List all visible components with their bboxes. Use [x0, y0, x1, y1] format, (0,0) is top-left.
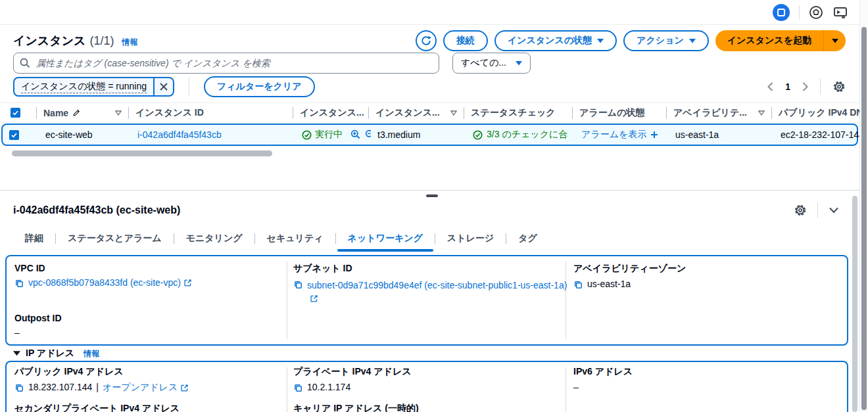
cell-status-check: 3/3 のチェックに合格しました: [487, 129, 568, 141]
launch-instances-button[interactable]: インスタンスを起動: [715, 30, 823, 51]
tab-security[interactable]: セキュリティ: [255, 231, 335, 251]
cell-state: 実行中: [315, 129, 343, 141]
power-circle-icon[interactable]: [809, 5, 823, 20]
column-header-instance-type[interactable]: インスタンス...: [368, 107, 464, 119]
external-link-icon: [180, 384, 189, 392]
panel-scrollbar-thumb[interactable]: [852, 196, 857, 412]
copy-icon[interactable]: [573, 280, 583, 290]
table-preferences-button[interactable]: [832, 80, 846, 93]
vpc-id-label: VPC ID: [14, 263, 192, 273]
chevron-down-icon: [829, 206, 839, 214]
tab-details[interactable]: 詳細: [13, 231, 55, 251]
detail-tabs: 詳細 ステータスとアラーム モニタリング セキュリティ ネットワーキング ストレ…: [13, 231, 549, 251]
search-input[interactable]: [13, 53, 439, 74]
horizontal-scrollbar-thumb[interactable]: [12, 150, 272, 156]
column-divider: [566, 367, 566, 412]
split-panel-drag-handle[interactable]: [426, 195, 438, 197]
browser-topbar: [0, 0, 868, 25]
external-link-icon: [310, 294, 318, 303]
column-header-status-check[interactable]: ステータスチェック: [464, 107, 572, 119]
private-ipv4-value: 10.2.1.174: [307, 382, 350, 392]
gear-icon: [794, 204, 807, 217]
refresh-button[interactable]: [416, 30, 437, 51]
connect-button[interactable]: 接続: [443, 30, 488, 51]
divider: [189, 78, 189, 96]
detail-panel-header: i-042a6df4fa45f43cb (ec-site-web): [13, 202, 839, 218]
gear-icon: [832, 80, 846, 93]
instance-row[interactable]: ec-site-web i-042a6df4fa45f43cb 実行中 t3.m…: [1, 124, 858, 146]
view-alarms-link[interactable]: アラームを表示: [581, 129, 646, 141]
tab-storage[interactable]: ストレージ: [435, 231, 506, 251]
external-link-icon: [183, 279, 192, 287]
info-link[interactable]: 情報: [122, 37, 138, 48]
add-alarm-icon[interactable]: [650, 131, 658, 139]
window-scrollbar-thumb[interactable]: [861, 27, 867, 410]
column-header-instance-id[interactable]: インスタンス ID: [128, 107, 293, 119]
pagination: 1: [767, 79, 846, 95]
blue-window-icon[interactable]: [773, 4, 790, 21]
tab-status-alarms[interactable]: ステータスとアラーム: [56, 231, 174, 251]
page-title: インスタンス: [13, 33, 86, 49]
ip-addresses-section-header[interactable]: IP アドレス 情報: [13, 348, 99, 359]
copy-icon[interactable]: [14, 383, 24, 393]
tab-monitoring[interactable]: モニタリング: [174, 231, 254, 251]
launch-instances-caret[interactable]: [823, 30, 846, 51]
column-header-public-dns[interactable]: パブリック IPv4 DNS: [771, 107, 859, 119]
column-divider: [287, 367, 287, 412]
copy-icon[interactable]: [293, 383, 303, 393]
status-ok-icon: [473, 130, 483, 140]
public-ipv4-value: 18.232.107.144: [28, 382, 92, 392]
tab-networking[interactable]: ネットワーキング: [336, 231, 435, 251]
instance-count: (1/1): [90, 34, 114, 48]
value-separator: |: [96, 382, 99, 392]
state-filter-dropdown[interactable]: すべての...: [452, 53, 531, 74]
ipv6-value: –: [573, 382, 579, 392]
sort-icon: [446, 110, 457, 116]
column-header-alarm-status[interactable]: アラームの状態: [572, 107, 666, 119]
chevron-left-icon: [767, 82, 773, 91]
current-page[interactable]: 1: [785, 81, 790, 92]
instance-id-link[interactable]: i-042a6df4fa45f43cb: [137, 129, 222, 140]
sort-icon: [754, 110, 765, 116]
next-page-button[interactable]: [802, 82, 808, 91]
cell-name: ec-site-web: [39, 129, 131, 140]
remote-console-icon[interactable]: [832, 5, 848, 20]
topbar-divider: [799, 5, 800, 20]
select-all-checkbox[interactable]: [11, 108, 20, 118]
public-ipv4-label: パブリック IPv4 アドレス: [14, 366, 189, 378]
cell-public-dns: ec2-18-232-107-144: [774, 129, 862, 140]
column-header-availability-zone[interactable]: アベイラビリテ...: [666, 107, 771, 119]
subnet-id-link[interactable]: subnet-0d9a71c99bd49e4ef (ec-site-subnet…: [307, 279, 570, 305]
previous-page-button[interactable]: [767, 82, 773, 91]
chevron-down-icon: [832, 39, 838, 43]
outpost-id-label: Outpost ID: [14, 313, 62, 323]
instance-state-dropdown[interactable]: インスタンスの状態: [494, 30, 617, 51]
chevron-down-icon: [689, 39, 696, 43]
panel-preferences-button[interactable]: [794, 204, 807, 217]
subnet-id-label: サブネット ID: [293, 263, 570, 275]
row-checkbox[interactable]: [9, 130, 19, 140]
column-header-name[interactable]: Name: [36, 107, 128, 119]
tab-tags[interactable]: タグ: [506, 231, 549, 251]
collapse-panel-button[interactable]: [829, 206, 839, 214]
availability-zone-value: us-east-1a: [587, 279, 631, 289]
search-row: すべての...: [13, 53, 531, 74]
status-ok-icon: [302, 130, 312, 140]
chevron-down-icon: [516, 61, 522, 66]
column-header-instance-state[interactable]: インスタンス...: [293, 107, 368, 119]
zoom-in-filter-icon[interactable]: [350, 129, 361, 140]
actions-dropdown[interactable]: アクション: [623, 30, 709, 51]
clear-filters-button[interactable]: フィルターをクリア: [204, 76, 315, 97]
vpc-id-link[interactable]: vpc-0868f5b079a8433fd (ec-site-vpc): [28, 277, 192, 288]
zoom-out-filter-icon[interactable]: [365, 129, 371, 140]
open-address-link[interactable]: オープンアドレス: [103, 382, 189, 394]
copy-icon[interactable]: [293, 280, 303, 290]
info-link[interactable]: 情報: [84, 348, 99, 359]
check-icon: [12, 109, 19, 116]
search-icon: [20, 58, 30, 68]
detail-panel-title: i-042a6df4fa45f43cb (ec-site-web): [13, 204, 180, 216]
cell-instance-type: t3.medium: [371, 129, 466, 140]
copy-icon[interactable]: [14, 279, 24, 288]
remove-filter-button[interactable]: [153, 78, 173, 95]
column-divider: [287, 262, 287, 339]
